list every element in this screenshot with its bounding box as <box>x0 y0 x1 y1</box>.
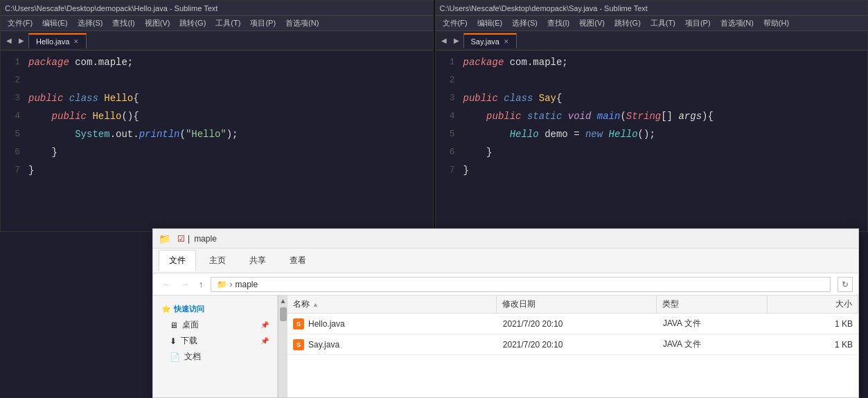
hello-date: 2021/7/20 20:10 <box>503 319 563 329</box>
menu-edit-1[interactable]: 编辑(E) <box>38 17 72 30</box>
address-chevron: › <box>230 280 233 289</box>
sidebar-item-desktop[interactable]: 🖥 桌面 📌 <box>153 317 277 333</box>
check-icon: ☑ <box>177 234 185 244</box>
line-numbers-1: 1 2 3 4 5 6 7 <box>1 53 26 228</box>
quickaccess-label: 快速访问 <box>174 304 204 314</box>
explorer-sidebar: ⭐ 快速访问 🖥 桌面 📌 ⬇ 下载 📌 📄 文档 <box>153 296 278 397</box>
refresh-btn[interactable]: ↻ <box>838 277 853 292</box>
nav-up-btn[interactable]: ↑ <box>196 278 206 291</box>
sidebar-quickaccess[interactable]: ⭐ 快速访问 <box>153 301 277 317</box>
nav-forward-btn[interactable]: → <box>177 278 192 291</box>
col-name-label: 名称 <box>293 298 310 310</box>
menu-project-1[interactable]: 项目(P) <box>246 17 280 30</box>
sidebar-scrollbar[interactable]: ▲ <box>278 296 287 397</box>
sidebar-item-downloads[interactable]: ⬇ 下载 📌 <box>153 333 277 349</box>
menu-view-1[interactable]: 视图(V) <box>141 17 175 30</box>
tab-close-2[interactable]: ✕ <box>504 38 509 45</box>
tabbar-1: ◀ ▶ Hello.java ✕ <box>1 31 433 51</box>
col-header-date[interactable]: 修改日期 <box>497 296 657 313</box>
menu-goto-2[interactable]: 跳转(G) <box>610 17 645 30</box>
code-content-2[interactable]: package com.maple; public class Say{ pub… <box>461 53 868 228</box>
col-date-label: 修改日期 <box>502 298 535 310</box>
folder-title-icon: 📁 <box>159 233 170 244</box>
menu-project-2[interactable]: 项目(P) <box>681 17 715 30</box>
downloads-label: 下载 <box>181 335 197 347</box>
editor-1: 1 2 3 4 5 6 7 package com.maple; public … <box>1 51 433 231</box>
pin-icon-desktop: 📌 <box>260 321 269 329</box>
tab-close-1[interactable]: ✕ <box>73 38 79 45</box>
file-list-header: 名称 ▲ 修改日期 类型 大小 <box>287 296 858 314</box>
menu-help-2[interactable]: 帮助(H) <box>759 17 793 30</box>
menu-goto-1[interactable]: 跳转(G) <box>175 17 210 30</box>
menu-file-2[interactable]: 文件(F) <box>439 17 472 30</box>
col-size-label: 大小 <box>835 298 852 310</box>
tab-say-java[interactable]: Say.java ✕ <box>463 33 517 48</box>
file-row-say[interactable]: S Say.java 2021/7/20 20:10 JAVA 文件 1 KB <box>287 334 858 355</box>
docs-label: 文档 <box>184 351 201 363</box>
menu-prefs-1[interactable]: 首选项(N) <box>281 17 323 30</box>
menu-view-2[interactable]: 视图(V) <box>575 17 609 30</box>
menu-find-1[interactable]: 查找(I) <box>108 17 139 30</box>
sublime-window-1: C:\Users\Nescafe\Desktop\demopack\Hello.… <box>0 0 434 232</box>
sublime-icon-say: S <box>293 339 304 350</box>
hello-type: JAVA 文件 <box>663 318 701 329</box>
col-header-size[interactable]: 大小 <box>768 296 858 313</box>
sublime-window-2: C:\Users\Nescafe\Desktop\demopack\Say.ja… <box>435 0 869 232</box>
menu-select-2[interactable]: 选择(S) <box>508 17 542 30</box>
menubar-1: 文件(F) 编辑(E) 选择(S) 查找(I) 视图(V) 跳转(G) 工具(T… <box>1 16 433 31</box>
menu-select-1[interactable]: 选择(S) <box>73 17 107 30</box>
tab-nav-right-2[interactable]: ▶ <box>451 37 462 44</box>
star-icon: ⭐ <box>161 305 171 314</box>
code-content-1[interactable]: package com.maple; public class Hello{ p… <box>26 53 433 228</box>
menu-find-2[interactable]: 查找(I) <box>543 17 574 30</box>
sidebar-item-docs[interactable]: 📄 文档 <box>153 349 277 365</box>
explorer-addressbar: ← → ↑ 📁 › maple ↻ <box>153 273 858 296</box>
ribbon-tab-home[interactable]: 主页 <box>199 250 236 271</box>
pin-icon-downloads: 📌 <box>260 337 269 345</box>
menu-tools-2[interactable]: 工具(T) <box>646 17 680 30</box>
explorer-ribbon: 文件 主页 共享 查看 <box>153 248 858 273</box>
sublime-titlebar-2: C:\Users\Nescafe\Desktop\demopack\Say.ja… <box>436 1 868 16</box>
say-date: 2021/7/20 20:10 <box>503 340 563 350</box>
file-list: S Hello.java 2021/7/20 20:10 JAVA 文件 1 K… <box>287 314 858 397</box>
tab-nav-left-1[interactable]: ◀ <box>3 37 15 44</box>
explorer-titlebar: 📁 ☑ | maple <box>153 229 858 248</box>
file-name-say: S Say.java <box>287 339 497 350</box>
col-header-name[interactable]: 名称 ▲ <box>287 296 497 313</box>
menu-prefs-2[interactable]: 首选项(N) <box>716 17 758 30</box>
file-type-hello: JAVA 文件 <box>657 318 768 329</box>
file-row-hello[interactable]: S Hello.java 2021/7/20 20:10 JAVA 文件 1 K… <box>287 314 858 334</box>
ribbon-tab-share[interactable]: 共享 <box>239 250 276 271</box>
col-type-label: 类型 <box>662 298 679 310</box>
tabbar-2: ◀ ▶ Say.java ✕ <box>436 31 868 51</box>
tab-hello-java[interactable]: Hello.java ✕ <box>28 33 87 48</box>
ribbon-tab-view[interactable]: 查看 <box>279 250 317 271</box>
menu-edit-2[interactable]: 编辑(E) <box>473 17 507 30</box>
tab-nav-right-1[interactable]: ▶ <box>16 37 27 44</box>
file-size-say: 1 KB <box>768 340 858 350</box>
menu-file-1[interactable]: 文件(F) <box>3 17 37 30</box>
address-text: maple <box>236 280 258 289</box>
explorer-main: 名称 ▲ 修改日期 类型 大小 S Hello.java <box>287 296 858 397</box>
titlebar-text-1: C:\Users\Nescafe\Desktop\demopack\Hello.… <box>5 4 218 12</box>
file-type-say: JAVA 文件 <box>657 338 768 350</box>
ribbon-tab-file[interactable]: 文件 <box>159 250 196 271</box>
scroll-thumb[interactable] <box>280 307 287 321</box>
explorer-body: ⭐ 快速访问 🖥 桌面 📌 ⬇ 下载 📌 📄 文档 ▲ <box>153 296 858 397</box>
address-box[interactable]: 📁 › maple <box>211 277 831 292</box>
menu-tools-1[interactable]: 工具(T) <box>211 17 245 30</box>
tab-label-1: Hello.java <box>36 37 69 46</box>
line-numbers-2: 1 2 3 4 5 6 7 <box>436 53 461 228</box>
docs-icon: 📄 <box>170 352 180 362</box>
file-date-hello: 2021/7/20 20:10 <box>497 319 657 329</box>
download-icon: ⬇ <box>170 336 177 346</box>
desktop-icon: 🖥 <box>170 320 178 330</box>
nav-back-btn[interactable]: ← <box>159 278 173 291</box>
col-header-type[interactable]: 类型 <box>657 296 768 313</box>
explorer-title: maple <box>194 234 217 244</box>
tab-nav-left-2[interactable]: ◀ <box>439 37 450 44</box>
say-filename: Say.java <box>308 340 339 350</box>
say-size: 1 KB <box>835 340 853 350</box>
hello-size: 1 KB <box>835 319 853 329</box>
scroll-up-arrow[interactable]: ▲ <box>278 296 288 306</box>
